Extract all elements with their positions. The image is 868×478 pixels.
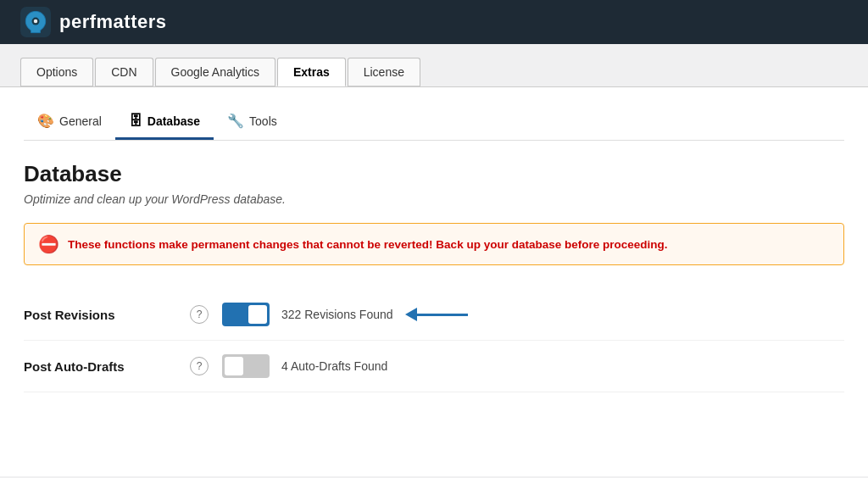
post-auto-drafts-help[interactable]: ? [190, 357, 209, 375]
section-subtitle: Optimize and clean up your WordPress dat… [24, 192, 844, 206]
post-revisions-row: Post Revisions ? 322 Revisions Found [24, 289, 844, 341]
navbar: perfmatters [0, 0, 868, 44]
tab-license[interactable]: License [348, 58, 420, 86]
warning-icon: ⛔ [38, 234, 59, 254]
section-title: Database [24, 161, 844, 187]
post-auto-drafts-toggle[interactable] [222, 354, 270, 378]
post-auto-drafts-count: 4 Auto-Drafts Found [281, 359, 387, 373]
tab-options[interactable]: Options [20, 58, 93, 86]
subtab-general[interactable]: 🎨 General [24, 104, 115, 140]
navbar-title: perfmatters [59, 11, 167, 33]
post-revisions-toggle-knob [248, 305, 267, 324]
tools-icon: 🔧 [227, 113, 244, 129]
content-panel: 🎨 General 🗄 Database 🔧 Tools Database Op… [0, 86, 868, 476]
post-revisions-toggle-container: 322 Revisions Found [222, 303, 468, 326]
general-icon: 🎨 [37, 113, 54, 129]
brand: perfmatters [20, 7, 167, 37]
top-tabs: Options CDN Google Analytics Extras Lice… [0, 44, 868, 86]
subtab-database[interactable]: 🗄 Database [115, 104, 214, 140]
arrow-shaft [417, 314, 468, 316]
post-auto-drafts-label: Post Auto-Drafts [24, 359, 176, 374]
post-revisions-label: Post Revisions [24, 308, 176, 322]
arrow-indicator [405, 308, 468, 321]
post-auto-drafts-toggle-container: 4 Auto-Drafts Found [222, 354, 387, 378]
svg-point-2 [34, 19, 38, 24]
perfmatters-logo [20, 7, 51, 37]
tab-extras[interactable]: Extras [277, 58, 346, 86]
database-icon: 🗄 [129, 114, 142, 129]
tab-google-analytics[interactable]: Google Analytics [155, 58, 275, 86]
warning-box: ⛔ These functions make permanent changes… [24, 223, 844, 265]
subtab-general-label: General [59, 114, 102, 128]
post-revisions-help[interactable]: ? [190, 305, 209, 324]
subtab-database-label: Database [147, 114, 200, 128]
post-auto-drafts-row: Post Auto-Drafts ? 4 Auto-Drafts Found [24, 341, 844, 392]
post-auto-drafts-toggle-knob [225, 357, 243, 375]
subtab-tools-label: Tools [249, 114, 277, 128]
warning-text: These functions make permanent changes t… [68, 238, 667, 251]
subtab-tools[interactable]: 🔧 Tools [214, 104, 291, 140]
tab-cdn[interactable]: CDN [95, 58, 153, 86]
arrow-head-icon [405, 308, 417, 321]
sub-tabs: 🎨 General 🗄 Database 🔧 Tools [24, 104, 844, 141]
post-revisions-count: 322 Revisions Found [281, 308, 393, 321]
main-content: Options CDN Google Analytics Extras Lice… [0, 44, 868, 476]
post-revisions-toggle[interactable] [222, 303, 270, 326]
